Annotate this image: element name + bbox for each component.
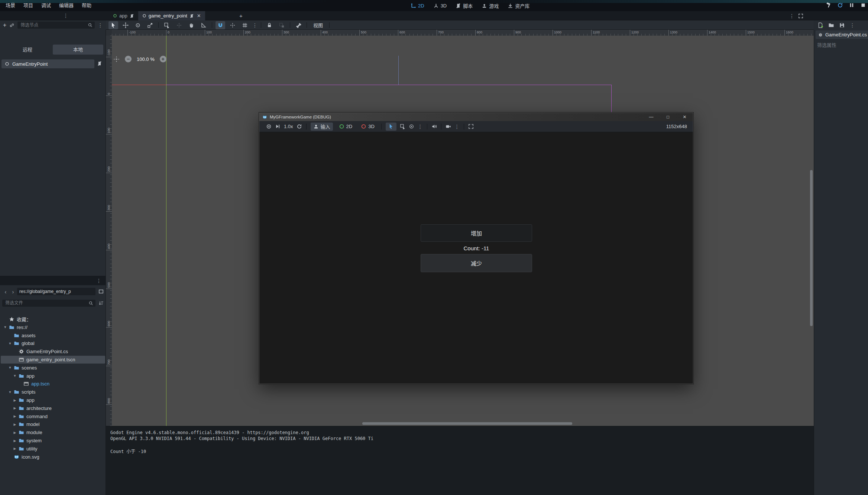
- skeleton-button[interactable]: [294, 21, 303, 29]
- tree-chevron-icon[interactable]: ▼: [13, 374, 17, 378]
- smart-snap-button[interactable]: [216, 21, 225, 29]
- tree-chevron-icon[interactable]: ▼: [8, 342, 12, 345]
- add-node-icon[interactable]: +: [3, 22, 6, 29]
- view-menu-button[interactable]: 视图: [310, 22, 326, 29]
- tree-chevron-icon[interactable]: ▶: [13, 406, 17, 410]
- file-tree-row[interactable]: ▼ scenes: [1, 364, 105, 372]
- run-control-button[interactable]: [826, 2, 832, 9]
- scene-tab[interactable]: game_entry_point ✕: [138, 11, 205, 20]
- debug-break-icon[interactable]: [266, 124, 272, 129]
- maximize-button[interactable]: □: [660, 113, 676, 121]
- embed-fullscreen-icon[interactable]: [468, 124, 474, 129]
- workspace-button[interactable]: 2D: [408, 3, 427, 9]
- select-tool-button[interactable]: [108, 21, 118, 29]
- file-tree-row[interactable]: GameEntryPoint.cs: [1, 348, 105, 355]
- rotate-tool-button[interactable]: [133, 21, 143, 29]
- reset-speed-icon[interactable]: [297, 124, 302, 129]
- nav-forward-icon[interactable]: ›: [10, 289, 16, 295]
- tree-chevron-icon[interactable]: ▶: [13, 439, 17, 443]
- menu-item[interactable]: 帮助: [78, 0, 95, 11]
- list-select-button[interactable]: [162, 21, 172, 29]
- distraction-free-icon[interactable]: [798, 13, 803, 19]
- zoom-out-button[interactable]: −: [125, 56, 132, 62]
- file-tree-row[interactable]: app.tscn: [1, 380, 105, 388]
- movie-menu-icon[interactable]: ⋮: [454, 124, 460, 129]
- game-options-menu-icon[interactable]: ⋮: [418, 124, 423, 129]
- sort-files-icon[interactable]: [98, 300, 104, 306]
- file-tree-row[interactable]: game_entry_point.tscn: [1, 356, 105, 364]
- property-filter-input[interactable]: 筛选属性: [817, 41, 836, 48]
- file-tree-row[interactable]: assets: [1, 332, 105, 339]
- menu-item[interactable]: 项目: [19, 0, 37, 11]
- grid-snap-button[interactable]: [240, 21, 250, 29]
- file-tree-row[interactable]: ▶ system: [1, 437, 105, 444]
- load-resource-icon[interactable]: [828, 22, 834, 28]
- menu-item[interactable]: 调试: [37, 0, 55, 11]
- tree-chevron-icon[interactable]: ▼: [8, 366, 12, 369]
- save-resource-icon[interactable]: [839, 22, 845, 28]
- workspace-button[interactable]: 游戏: [479, 2, 501, 9]
- tree-chevron-icon[interactable]: ▶: [13, 431, 17, 434]
- split-mode-icon[interactable]: [98, 289, 104, 294]
- file-tree-row[interactable]: 收藏：: [1, 315, 105, 323]
- inspector-menu-icon[interactable]: ⋮: [850, 23, 855, 28]
- camera-2d-button[interactable]: 2D: [336, 123, 355, 131]
- ruler-tool-button[interactable]: [199, 21, 208, 29]
- scale-tool-button[interactable]: [145, 21, 155, 29]
- game-window-titlebar[interactable]: MyGFrameworkGame (DEBUG): [259, 113, 693, 121]
- file-tree-row[interactable]: ▶ module: [1, 429, 105, 436]
- instance-scene-icon[interactable]: [9, 23, 14, 28]
- scene-tab[interactable]: app ✕: [109, 11, 138, 20]
- file-tree-row[interactable]: ▼ res://: [1, 323, 105, 331]
- attached-script-icon[interactable]: [97, 61, 102, 66]
- left-dock-menu-icon[interactable]: ⋮: [63, 13, 68, 18]
- increase-button[interactable]: 增加: [421, 224, 532, 242]
- scene-dock-menu-icon[interactable]: ⋮: [98, 23, 103, 28]
- script-icon[interactable]: [130, 14, 134, 18]
- nav-back-icon[interactable]: ‹: [2, 289, 9, 295]
- workspace-button[interactable]: 脚本: [453, 2, 475, 9]
- script-icon[interactable]: [190, 14, 194, 18]
- decrease-button[interactable]: 减少: [421, 254, 532, 272]
- new-scene-tab-button[interactable]: +: [235, 11, 247, 20]
- new-resource-icon[interactable]: [817, 22, 823, 28]
- remote-button[interactable]: 远程: [2, 45, 53, 55]
- close-button[interactable]: ✕: [676, 113, 693, 121]
- inspected-node-row[interactable]: GameEntryPoint.cs: [816, 30, 868, 39]
- close-tab-icon[interactable]: ✕: [196, 13, 201, 19]
- position-tool-button[interactable]: [174, 21, 184, 29]
- pixel-snap-button[interactable]: [228, 21, 237, 29]
- file-filter-input[interactable]: [2, 300, 95, 307]
- scene-tree-root-row[interactable]: GameEntryPoint: [1, 59, 104, 68]
- next-frame-icon[interactable]: [275, 124, 281, 129]
- menu-item[interactable]: 编辑器: [55, 0, 78, 11]
- file-tree-row[interactable]: ▶ command: [1, 413, 105, 420]
- tree-chevron-icon[interactable]: ▼: [8, 390, 12, 394]
- snap-options-menu-icon[interactable]: ⋮: [252, 23, 258, 28]
- path-field[interactable]: res://global/game_entry_p: [17, 288, 95, 295]
- tab-list-menu-icon[interactable]: ⋮: [789, 13, 794, 19]
- file-tree-row[interactable]: ▼ global: [1, 339, 105, 347]
- file-tree-row[interactable]: icon.svg: [1, 453, 105, 461]
- run-control-button[interactable]: [849, 2, 855, 9]
- canvas-vertical-scrollbar[interactable]: [810, 170, 813, 326]
- group-button[interactable]: [277, 21, 286, 29]
- camera-3d-button[interactable]: 3D: [358, 123, 377, 131]
- file-tree-row[interactable]: ▶ model: [1, 420, 105, 428]
- mute-audio-icon[interactable]: [431, 124, 437, 129]
- camera-override-icon[interactable]: [409, 124, 414, 129]
- file-tree-row[interactable]: ▼ app: [1, 372, 105, 380]
- minimize-button[interactable]: —: [643, 113, 660, 121]
- run-control-button[interactable]: [860, 2, 866, 9]
- run-control-button[interactable]: [837, 2, 843, 9]
- menu-item[interactable]: 场景: [1, 0, 19, 11]
- filesystem-menu-icon[interactable]: ⋮: [96, 278, 101, 283]
- game-window[interactable]: MyGFrameworkGame (DEBUG) — □ ✕ 1.0x 输入 2…: [259, 113, 693, 384]
- local-button[interactable]: 本地: [53, 45, 103, 55]
- speed-label[interactable]: 1.0x: [284, 124, 293, 129]
- tree-chevron-icon[interactable]: ▶: [13, 423, 17, 426]
- zoom-in-button[interactable]: +: [160, 56, 166, 62]
- tree-chevron-icon[interactable]: ▼: [3, 325, 7, 329]
- canvas-horizontal-scrollbar[interactable]: [362, 422, 572, 425]
- pan-tool-button[interactable]: [187, 21, 196, 29]
